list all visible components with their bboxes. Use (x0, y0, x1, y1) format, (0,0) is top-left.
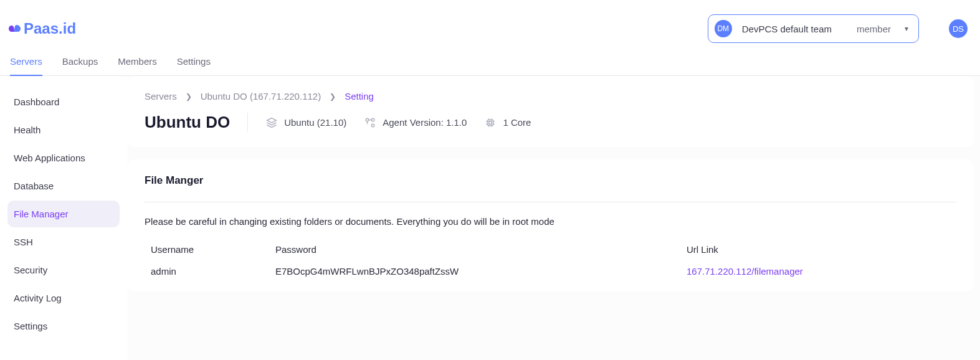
sidebar: Dashboard Health Web Applications Databa… (0, 76, 127, 360)
filemanager-card: File Manger Please be careful in changin… (127, 159, 974, 291)
col-password-header: Password (275, 244, 687, 255)
team-name: DevPCS default team (742, 24, 832, 34)
team-selector[interactable]: DM DevPCS default team member ▾ (708, 14, 919, 43)
meta-agent-text: Agent Version: 1.1.0 (383, 117, 467, 128)
sidebar-item-health[interactable]: Health (7, 116, 120, 143)
section-title: File Manger (145, 174, 956, 202)
page-title: Ubuntu DO (145, 113, 248, 132)
sidebar-item-security[interactable]: Security (7, 257, 120, 283)
layers-icon (265, 116, 278, 129)
team-role: member (857, 24, 891, 34)
team-badge: DM (715, 20, 732, 37)
crumb-current: Setting (345, 91, 374, 102)
main-content: Servers ❯ Ubuntu DO (167.71.220.112) ❯ S… (127, 76, 980, 360)
chevron-right-icon: ❯ (186, 92, 192, 101)
tab-members[interactable]: Members (118, 52, 157, 75)
top-nav: Servers Backups Members Settings (0, 45, 980, 76)
username-value: admin (151, 266, 275, 277)
sidebar-item-file-manager[interactable]: File Manager (7, 201, 120, 227)
meta-os: Ubuntu (21.10) (265, 116, 346, 129)
title-row: Ubuntu DO Ubuntu (21.10) Agent Version: … (145, 113, 956, 132)
sidebar-item-web-applications[interactable]: Web Applications (7, 144, 120, 171)
crumb-servers[interactable]: Servers (145, 91, 177, 102)
col-url-header: Url Link (687, 244, 956, 255)
app-header: Paas.id DM DevPCS default team member ▾ … (0, 0, 980, 45)
svg-marker-0 (267, 118, 277, 123)
url-link[interactable]: 167.71.220.112/filemanager (687, 266, 956, 277)
meta-os-text: Ubuntu (21.10) (284, 117, 346, 128)
sidebar-item-dashboard[interactable]: Dashboard (7, 88, 120, 115)
chevron-right-icon: ❯ (330, 92, 336, 101)
brand-text: Paas.id (24, 20, 76, 37)
svg-rect-5 (489, 121, 492, 124)
tab-backups[interactable]: Backups (62, 52, 98, 75)
password-value: E7BOcpG4mWRFLwnBJPxZO348paftZssW (275, 266, 687, 277)
crumb-server[interactable]: Ubuntu DO (167.71.220.112) (201, 91, 321, 102)
warning-text: Please be careful in changing existing f… (145, 216, 956, 227)
sidebar-item-settings[interactable]: Settings (7, 313, 120, 339)
nodes-icon (364, 116, 376, 129)
credentials-grid: Username Password Url Link admin E7BOcpG… (145, 244, 956, 277)
meta-cores-text: 1 Core (503, 117, 531, 128)
tab-servers[interactable]: Servers (10, 52, 42, 75)
server-header-card: Servers ❯ Ubuntu DO (167.71.220.112) ❯ S… (127, 76, 974, 147)
user-avatar[interactable]: DS (949, 19, 968, 38)
breadcrumb: Servers ❯ Ubuntu DO (167.71.220.112) ❯ S… (145, 91, 956, 102)
meta-cores: 1 Core (484, 116, 531, 129)
sidebar-item-ssh[interactable]: SSH (7, 229, 120, 255)
cloud-icon (7, 23, 21, 34)
col-username-header: Username (151, 244, 275, 255)
svg-point-2 (372, 124, 375, 127)
sidebar-item-activity-log[interactable]: Activity Log (7, 285, 120, 311)
sidebar-item-database[interactable]: Database (7, 173, 120, 199)
tab-settings[interactable]: Settings (177, 52, 211, 75)
cpu-icon (484, 116, 497, 129)
chevron-down-icon: ▾ (905, 24, 908, 33)
brand-logo[interactable]: Paas.id (7, 20, 76, 37)
header-right: DM DevPCS default team member ▾ DS (708, 14, 968, 43)
svg-point-3 (372, 118, 375, 121)
svg-rect-4 (488, 120, 493, 125)
meta-agent: Agent Version: 1.1.0 (364, 116, 467, 129)
svg-point-1 (366, 118, 369, 121)
